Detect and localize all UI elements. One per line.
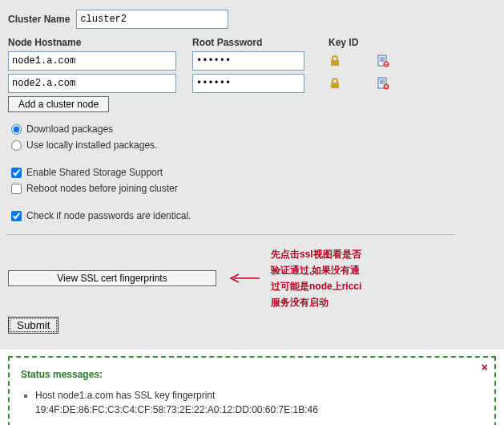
download-packages-label: Download packages — [26, 123, 113, 135]
reboot-nodes-checkbox[interactable] — [11, 184, 22, 194]
col-header-hostname: Node Hostname — [8, 37, 192, 48]
add-node-button[interactable]: Add a cluster node — [8, 96, 109, 112]
annotation-line: 先点击ssl视图看是否 — [271, 246, 361, 262]
table-row — [8, 74, 496, 93]
lock-icon — [329, 55, 377, 67]
shared-storage-label: Enable Shared Storage Support — [26, 167, 163, 178]
node-hostname-input[interactable] — [8, 51, 176, 71]
shared-storage-checkbox[interactable] — [11, 168, 22, 178]
view-ssl-button[interactable]: View SSL cert fingerprints — [8, 270, 216, 286]
node-table: Node Hostname Root Password Key ID — [8, 37, 496, 112]
annotation-line: 服务没有启动 — [271, 294, 361, 310]
lock-icon — [329, 77, 377, 90]
close-icon[interactable]: × — [482, 361, 488, 374]
status-title: Status messages: — [21, 369, 483, 380]
status-messages-panel: × Status messages: Host node1.a.com has … — [8, 356, 496, 425]
annotation-line: 验证通过,如果没有通 — [271, 262, 361, 278]
arrow-icon — [228, 273, 260, 284]
col-header-password: Root Password — [192, 37, 329, 48]
status-message: Host node1.a.com has SSL key fingerprint… — [35, 390, 318, 415]
delete-node-icon[interactable] — [377, 77, 409, 90]
separator — [6, 234, 455, 235]
list-item: Host node2.a.com has SSL key fingerprint… — [35, 422, 483, 425]
check-passwords-label: Check if node passwords are identical. — [26, 210, 191, 221]
annotation-line: 过可能是node上ricci — [271, 278, 361, 294]
use-local-packages-label: Use locally installed packages. — [26, 140, 157, 151]
col-header-keyid: Key ID — [329, 37, 377, 48]
list-item: Host node1.a.com has SSL key fingerprint… — [35, 388, 483, 417]
node-hostname-input[interactable] — [8, 74, 176, 93]
cluster-form: Cluster Name Node Hostname Root Password… — [0, 0, 504, 350]
delete-node-icon[interactable] — [377, 55, 409, 67]
check-passwords-checkbox[interactable] — [11, 211, 22, 221]
node-table-header: Node Hostname Root Password Key ID — [8, 37, 496, 48]
table-row — [8, 51, 496, 71]
download-packages-radio[interactable] — [11, 124, 22, 135]
options-group: Download packages Use locally installed … — [8, 123, 496, 221]
cluster-name-label: Cluster Name — [8, 14, 70, 25]
status-list: Host node1.a.com has SSL key fingerprint… — [35, 388, 483, 425]
annotation-text: 先点击ssl视图看是否 验证通过,如果没有通 过可能是node上ricci 服务… — [271, 246, 361, 310]
reboot-nodes-label: Reboot nodes before joining cluster — [26, 183, 178, 194]
cluster-name-row: Cluster Name — [8, 10, 496, 29]
node-password-input[interactable] — [192, 74, 304, 93]
cluster-name-input[interactable] — [76, 10, 228, 29]
submit-button[interactable]: Submit — [8, 317, 58, 334]
node-password-input[interactable] — [192, 51, 304, 71]
use-local-packages-radio[interactable] — [11, 140, 22, 151]
